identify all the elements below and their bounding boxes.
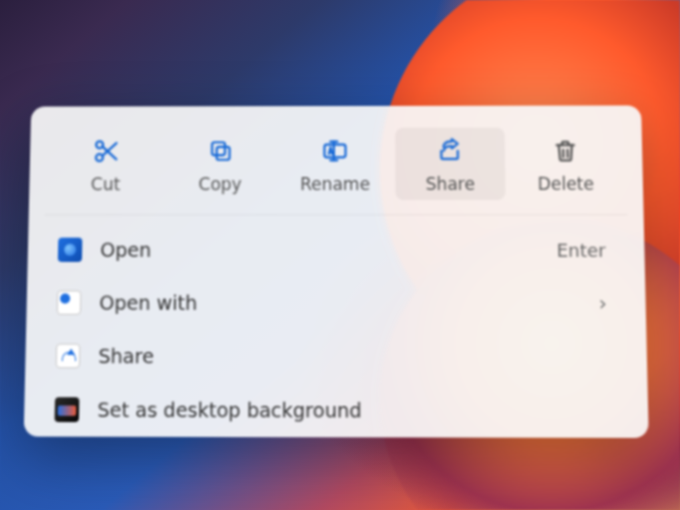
chevron-right-icon: ›	[598, 291, 607, 316]
copy-button[interactable]: Copy	[166, 128, 275, 200]
rename-button[interactable]: Rename	[280, 128, 389, 200]
open-with-label: Open with	[99, 291, 580, 314]
share-button[interactable]: Share	[395, 128, 505, 200]
menu-item-share[interactable]: Share	[41, 329, 631, 383]
open-with-icon	[57, 290, 82, 315]
share-icon	[433, 136, 467, 166]
menu-item-open-with[interactable]: Open with ›	[42, 276, 630, 330]
share-item-label: Share	[98, 345, 608, 368]
delete-button[interactable]: Delete	[510, 127, 621, 200]
context-menu: Cut Copy Rename	[24, 105, 649, 438]
desktop-background-icon	[54, 397, 79, 422]
copy-icon	[203, 136, 237, 166]
svg-rect-5	[212, 142, 225, 155]
rename-icon	[318, 136, 352, 166]
menu-items: Open Enter Open with › Share Set as desk…	[40, 215, 632, 438]
open-accelerator: Enter	[556, 239, 606, 260]
share-label: Share	[425, 174, 475, 194]
rename-label: Rename	[300, 174, 370, 194]
svg-rect-6	[324, 144, 345, 157]
share-app-icon	[56, 344, 81, 369]
menu-item-open[interactable]: Open Enter	[43, 223, 628, 276]
photos-app-icon	[58, 238, 83, 262]
delete-label: Delete	[537, 174, 594, 194]
action-bar: Cut Copy Rename	[45, 123, 628, 215]
svg-rect-4	[216, 147, 229, 160]
copy-label: Copy	[198, 174, 241, 194]
cut-label: Cut	[91, 174, 121, 194]
open-label: Open	[100, 239, 538, 261]
trash-icon	[548, 136, 583, 166]
scissors-icon	[89, 136, 123, 166]
menu-item-set-background[interactable]: Set as desktop background	[40, 383, 632, 438]
set-bg-label: Set as desktop background	[97, 398, 609, 422]
cut-button[interactable]: Cut	[51, 128, 160, 200]
